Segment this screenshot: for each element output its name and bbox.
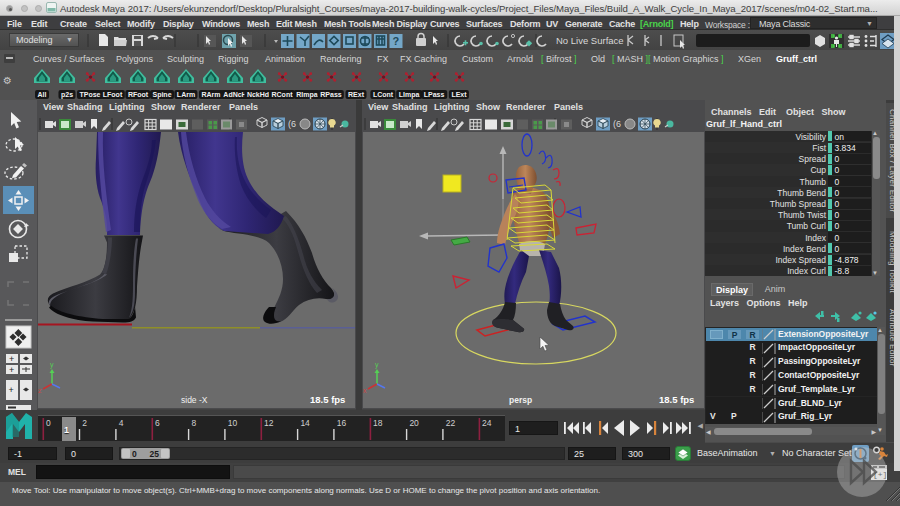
svg-text:22: 22 — [446, 418, 456, 428]
svg-text:4: 4 — [119, 418, 124, 428]
svg-text:No Live Surface: No Live Surface — [556, 35, 624, 46]
svg-text:18.5 fps: 18.5 fps — [310, 394, 345, 405]
svg-text:10: 10 — [228, 418, 238, 428]
svg-text:14: 14 — [300, 418, 310, 428]
svg-text:y: y — [50, 361, 54, 369]
svg-text:6: 6 — [155, 418, 160, 428]
svg-text:16: 16 — [337, 418, 347, 428]
svg-text:24: 24 — [482, 418, 492, 428]
svg-text:20: 20 — [409, 418, 419, 428]
svg-text:side -X: side -X — [181, 395, 208, 405]
svg-text:12: 12 — [264, 418, 274, 428]
svg-text:8: 8 — [191, 418, 196, 428]
svg-text:z: z — [38, 387, 42, 394]
svg-text:2: 2 — [82, 418, 87, 428]
svg-text:18.5 fps: 18.5 fps — [659, 394, 694, 405]
svg-text:?: ? — [393, 35, 400, 47]
svg-text:+: + — [9, 365, 14, 375]
svg-text:+: + — [9, 385, 14, 395]
svg-text:0: 0 — [46, 418, 51, 428]
svg-text:x: x — [363, 387, 367, 394]
svg-text:+: + — [9, 354, 14, 364]
svg-text:persp: persp — [509, 395, 532, 405]
svg-text:18: 18 — [373, 418, 383, 428]
svg-text:y: y — [375, 361, 379, 369]
